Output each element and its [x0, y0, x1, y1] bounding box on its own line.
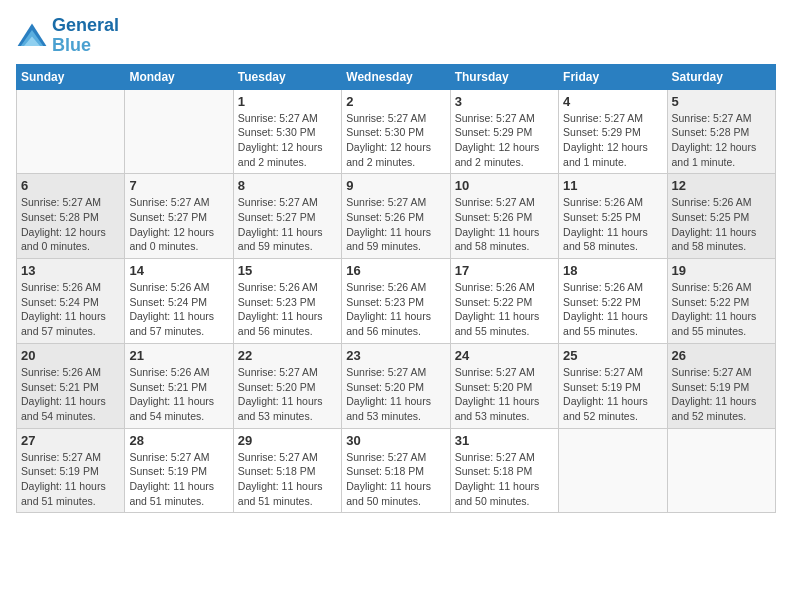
calendar-cell: 11Sunrise: 5:26 AM Sunset: 5:25 PM Dayli… — [559, 174, 667, 259]
day-number: 27 — [21, 433, 120, 448]
calendar-cell: 18Sunrise: 5:26 AM Sunset: 5:22 PM Dayli… — [559, 259, 667, 344]
day-info: Sunrise: 5:26 AM Sunset: 5:24 PM Dayligh… — [129, 280, 228, 339]
day-info: Sunrise: 5:27 AM Sunset: 5:20 PM Dayligh… — [455, 365, 554, 424]
day-info: Sunrise: 5:26 AM Sunset: 5:22 PM Dayligh… — [672, 280, 771, 339]
day-info: Sunrise: 5:26 AM Sunset: 5:23 PM Dayligh… — [346, 280, 445, 339]
day-info: Sunrise: 5:27 AM Sunset: 5:20 PM Dayligh… — [238, 365, 337, 424]
calendar-cell: 1Sunrise: 5:27 AM Sunset: 5:30 PM Daylig… — [233, 89, 341, 174]
calendar-cell: 7Sunrise: 5:27 AM Sunset: 5:27 PM Daylig… — [125, 174, 233, 259]
day-number: 14 — [129, 263, 228, 278]
day-number: 5 — [672, 94, 771, 109]
day-info: Sunrise: 5:27 AM Sunset: 5:20 PM Dayligh… — [346, 365, 445, 424]
day-number: 28 — [129, 433, 228, 448]
calendar-cell: 17Sunrise: 5:26 AM Sunset: 5:22 PM Dayli… — [450, 259, 558, 344]
day-info: Sunrise: 5:26 AM Sunset: 5:24 PM Dayligh… — [21, 280, 120, 339]
calendar-week-row: 6Sunrise: 5:27 AM Sunset: 5:28 PM Daylig… — [17, 174, 776, 259]
day-number: 23 — [346, 348, 445, 363]
day-number: 3 — [455, 94, 554, 109]
calendar-week-row: 1Sunrise: 5:27 AM Sunset: 5:30 PM Daylig… — [17, 89, 776, 174]
day-info: Sunrise: 5:27 AM Sunset: 5:19 PM Dayligh… — [672, 365, 771, 424]
calendar-cell: 14Sunrise: 5:26 AM Sunset: 5:24 PM Dayli… — [125, 259, 233, 344]
calendar-cell: 4Sunrise: 5:27 AM Sunset: 5:29 PM Daylig… — [559, 89, 667, 174]
calendar-cell: 28Sunrise: 5:27 AM Sunset: 5:19 PM Dayli… — [125, 428, 233, 513]
day-number: 18 — [563, 263, 662, 278]
calendar-cell: 23Sunrise: 5:27 AM Sunset: 5:20 PM Dayli… — [342, 343, 450, 428]
day-info: Sunrise: 5:26 AM Sunset: 5:25 PM Dayligh… — [563, 195, 662, 254]
calendar-cell: 16Sunrise: 5:26 AM Sunset: 5:23 PM Dayli… — [342, 259, 450, 344]
calendar-cell: 22Sunrise: 5:27 AM Sunset: 5:20 PM Dayli… — [233, 343, 341, 428]
logo-text: GeneralBlue — [52, 16, 119, 56]
day-info: Sunrise: 5:27 AM Sunset: 5:19 PM Dayligh… — [129, 450, 228, 509]
day-info: Sunrise: 5:26 AM Sunset: 5:22 PM Dayligh… — [455, 280, 554, 339]
calendar-header-row: SundayMondayTuesdayWednesdayThursdayFrid… — [17, 64, 776, 89]
calendar-cell: 2Sunrise: 5:27 AM Sunset: 5:30 PM Daylig… — [342, 89, 450, 174]
day-number: 13 — [21, 263, 120, 278]
day-number: 20 — [21, 348, 120, 363]
day-info: Sunrise: 5:27 AM Sunset: 5:28 PM Dayligh… — [21, 195, 120, 254]
calendar-cell: 3Sunrise: 5:27 AM Sunset: 5:29 PM Daylig… — [450, 89, 558, 174]
day-number: 10 — [455, 178, 554, 193]
day-info: Sunrise: 5:26 AM Sunset: 5:23 PM Dayligh… — [238, 280, 337, 339]
day-info: Sunrise: 5:26 AM Sunset: 5:21 PM Dayligh… — [129, 365, 228, 424]
day-number: 6 — [21, 178, 120, 193]
calendar-table: SundayMondayTuesdayWednesdayThursdayFrid… — [16, 64, 776, 514]
calendar-cell: 21Sunrise: 5:26 AM Sunset: 5:21 PM Dayli… — [125, 343, 233, 428]
day-number: 16 — [346, 263, 445, 278]
weekday-header: Sunday — [17, 64, 125, 89]
day-number: 22 — [238, 348, 337, 363]
calendar-cell: 20Sunrise: 5:26 AM Sunset: 5:21 PM Dayli… — [17, 343, 125, 428]
weekday-header: Saturday — [667, 64, 775, 89]
day-number: 31 — [455, 433, 554, 448]
calendar-week-row: 13Sunrise: 5:26 AM Sunset: 5:24 PM Dayli… — [17, 259, 776, 344]
calendar-cell: 26Sunrise: 5:27 AM Sunset: 5:19 PM Dayli… — [667, 343, 775, 428]
weekday-header: Friday — [559, 64, 667, 89]
day-info: Sunrise: 5:26 AM Sunset: 5:25 PM Dayligh… — [672, 195, 771, 254]
calendar-cell: 9Sunrise: 5:27 AM Sunset: 5:26 PM Daylig… — [342, 174, 450, 259]
calendar-cell: 8Sunrise: 5:27 AM Sunset: 5:27 PM Daylig… — [233, 174, 341, 259]
day-number: 11 — [563, 178, 662, 193]
calendar-cell: 12Sunrise: 5:26 AM Sunset: 5:25 PM Dayli… — [667, 174, 775, 259]
weekday-header: Wednesday — [342, 64, 450, 89]
day-number: 24 — [455, 348, 554, 363]
calendar-cell: 15Sunrise: 5:26 AM Sunset: 5:23 PM Dayli… — [233, 259, 341, 344]
day-info: Sunrise: 5:27 AM Sunset: 5:29 PM Dayligh… — [563, 111, 662, 170]
calendar-cell: 29Sunrise: 5:27 AM Sunset: 5:18 PM Dayli… — [233, 428, 341, 513]
day-info: Sunrise: 5:27 AM Sunset: 5:28 PM Dayligh… — [672, 111, 771, 170]
calendar-cell: 27Sunrise: 5:27 AM Sunset: 5:19 PM Dayli… — [17, 428, 125, 513]
day-info: Sunrise: 5:27 AM Sunset: 5:30 PM Dayligh… — [346, 111, 445, 170]
day-number: 15 — [238, 263, 337, 278]
calendar-cell — [17, 89, 125, 174]
day-info: Sunrise: 5:27 AM Sunset: 5:18 PM Dayligh… — [346, 450, 445, 509]
day-number: 21 — [129, 348, 228, 363]
day-info: Sunrise: 5:27 AM Sunset: 5:19 PM Dayligh… — [563, 365, 662, 424]
calendar-cell — [559, 428, 667, 513]
day-info: Sunrise: 5:27 AM Sunset: 5:26 PM Dayligh… — [346, 195, 445, 254]
day-number: 4 — [563, 94, 662, 109]
calendar-cell: 13Sunrise: 5:26 AM Sunset: 5:24 PM Dayli… — [17, 259, 125, 344]
weekday-header: Monday — [125, 64, 233, 89]
logo: GeneralBlue — [16, 16, 119, 56]
day-info: Sunrise: 5:27 AM Sunset: 5:26 PM Dayligh… — [455, 195, 554, 254]
day-info: Sunrise: 5:27 AM Sunset: 5:29 PM Dayligh… — [455, 111, 554, 170]
weekday-header: Thursday — [450, 64, 558, 89]
day-info: Sunrise: 5:27 AM Sunset: 5:18 PM Dayligh… — [238, 450, 337, 509]
day-info: Sunrise: 5:26 AM Sunset: 5:21 PM Dayligh… — [21, 365, 120, 424]
day-number: 8 — [238, 178, 337, 193]
day-info: Sunrise: 5:27 AM Sunset: 5:27 PM Dayligh… — [129, 195, 228, 254]
day-info: Sunrise: 5:27 AM Sunset: 5:27 PM Dayligh… — [238, 195, 337, 254]
weekday-header: Tuesday — [233, 64, 341, 89]
day-info: Sunrise: 5:27 AM Sunset: 5:30 PM Dayligh… — [238, 111, 337, 170]
day-number: 9 — [346, 178, 445, 193]
calendar-cell: 6Sunrise: 5:27 AM Sunset: 5:28 PM Daylig… — [17, 174, 125, 259]
calendar-cell: 31Sunrise: 5:27 AM Sunset: 5:18 PM Dayli… — [450, 428, 558, 513]
day-number: 7 — [129, 178, 228, 193]
day-info: Sunrise: 5:27 AM Sunset: 5:18 PM Dayligh… — [455, 450, 554, 509]
calendar-week-row: 27Sunrise: 5:27 AM Sunset: 5:19 PM Dayli… — [17, 428, 776, 513]
day-number: 17 — [455, 263, 554, 278]
day-number: 26 — [672, 348, 771, 363]
calendar-cell: 30Sunrise: 5:27 AM Sunset: 5:18 PM Dayli… — [342, 428, 450, 513]
calendar-cell — [667, 428, 775, 513]
calendar-cell: 10Sunrise: 5:27 AM Sunset: 5:26 PM Dayli… — [450, 174, 558, 259]
day-info: Sunrise: 5:26 AM Sunset: 5:22 PM Dayligh… — [563, 280, 662, 339]
day-info: Sunrise: 5:27 AM Sunset: 5:19 PM Dayligh… — [21, 450, 120, 509]
